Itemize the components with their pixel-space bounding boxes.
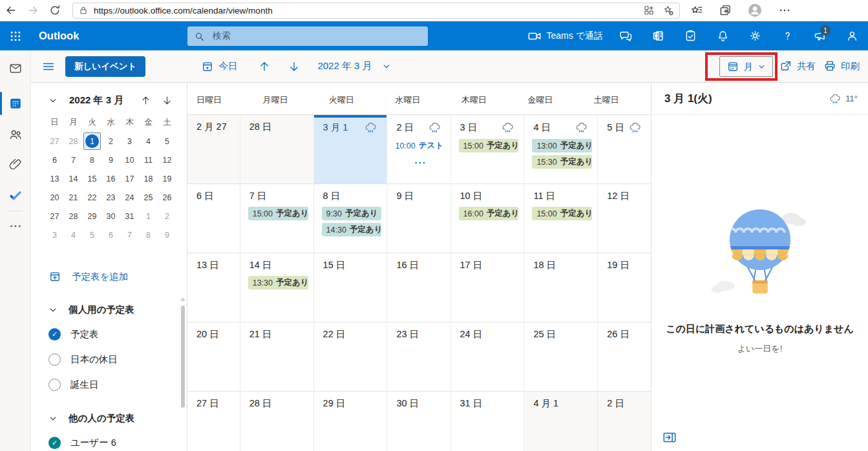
calendar-event[interactable]: 9:30予定あり: [322, 207, 382, 220]
apps-grid-icon[interactable]: [643, 5, 655, 16]
mini-day[interactable]: 2: [101, 132, 120, 151]
mini-day[interactable]: 17: [120, 169, 139, 188]
day-cell[interactable]: 13 日: [187, 253, 240, 322]
calendar-event[interactable]: 15:00予定あり: [532, 207, 592, 220]
mini-day[interactable]: 19: [158, 169, 176, 188]
new-event-button[interactable]: 新しいイベント: [65, 56, 145, 77]
day-cell[interactable]: 10 日16:00予定あり: [451, 184, 525, 253]
day-cell[interactable]: 11 日15:00予定あり: [524, 184, 598, 253]
rail-people-button[interactable]: [0, 121, 31, 147]
mini-day[interactable]: 28: [64, 132, 83, 151]
day-cell[interactable]: 4 日13:00予定あり15:30予定あり: [524, 115, 598, 184]
mini-day[interactable]: 6: [45, 151, 64, 169]
calendar-checkbox[interactable]: [48, 353, 61, 366]
day-cell[interactable]: 6 日: [187, 184, 240, 253]
mini-day[interactable]: 10: [120, 151, 139, 169]
period-selector[interactable]: 2022 年 3 月: [317, 60, 390, 72]
mini-day[interactable]: 3: [45, 226, 64, 244]
calendar-checkbox[interactable]: ✓: [48, 328, 61, 341]
day-cell[interactable]: 5 日: [598, 115, 651, 184]
hamburger-button[interactable]: [41, 59, 56, 74]
account-button[interactable]: [836, 21, 868, 50]
day-cell[interactable]: 7 日15:00予定あり: [240, 184, 314, 253]
day-cell[interactable]: 3 月 1: [314, 115, 388, 184]
day-cell[interactable]: 14 日13:30予定あり: [240, 253, 314, 322]
mini-day[interactable]: 3: [120, 132, 139, 151]
day-cell[interactable]: 17 日: [451, 253, 525, 322]
mini-day[interactable]: 11: [139, 151, 158, 169]
day-cell[interactable]: 20 日: [187, 322, 240, 392]
favorites-icon[interactable]: [690, 4, 703, 17]
mini-day[interactable]: 5: [83, 226, 101, 244]
calendar-list-item[interactable]: ✓ユーザー 6: [48, 435, 187, 450]
calendar-event[interactable]: 15:00予定あり: [459, 139, 519, 152]
calendar-checkbox[interactable]: ✓: [48, 437, 61, 449]
day-cell[interactable]: 2 日: [598, 392, 651, 451]
mini-day[interactable]: 4: [64, 226, 83, 244]
calendar-event[interactable]: 13:30予定あり: [248, 276, 308, 289]
mini-day[interactable]: 7: [120, 226, 139, 244]
next-period-button[interactable]: [288, 60, 301, 73]
view-switcher-button[interactable]: 月: [719, 56, 774, 77]
mini-day[interactable]: 1: [83, 132, 101, 151]
mini-day[interactable]: 8: [83, 151, 101, 169]
previous-period-button[interactable]: [258, 60, 271, 73]
mini-day[interactable]: 14: [64, 169, 83, 188]
day-cell[interactable]: 18 日: [524, 253, 598, 322]
print-button[interactable]: 印刷: [823, 59, 860, 72]
day-cell[interactable]: 28 日: [240, 392, 314, 451]
day-cell[interactable]: 31 日: [451, 392, 525, 451]
calendar-list-item[interactable]: ✓予定表: [48, 327, 187, 341]
settings-button[interactable]: [739, 21, 771, 50]
add-favorite-icon[interactable]: [662, 5, 674, 16]
day-cell[interactable]: 30 日: [387, 392, 450, 451]
mini-day[interactable]: 27: [45, 207, 64, 226]
mini-day[interactable]: 26: [158, 188, 176, 207]
mini-day[interactable]: 8: [139, 226, 158, 244]
collapse-panel-button[interactable]: [662, 430, 677, 445]
mini-day[interactable]: 29: [83, 207, 101, 226]
day-cell[interactable]: 4 月 1: [524, 392, 598, 451]
app-launcher-button[interactable]: [0, 21, 31, 50]
browser-menu-icon[interactable]: [778, 4, 791, 17]
scroll-up-arrow[interactable]: [180, 297, 185, 301]
mini-day[interactable]: 25: [139, 188, 158, 207]
day-cell[interactable]: 3 日15:00予定あり: [451, 115, 525, 184]
calendar-checkbox[interactable]: [48, 379, 61, 391]
calendar-event[interactable]: 16:00予定あり: [459, 207, 519, 220]
mini-day[interactable]: 22: [83, 188, 101, 207]
announcements-button[interactable]: 1: [803, 21, 836, 50]
day-cell[interactable]: 23 日: [387, 322, 450, 392]
sidebar-scrollbar[interactable]: [181, 306, 185, 408]
day-cell[interactable]: 8 日9:30予定あり14:30予定あり: [314, 184, 388, 253]
mini-day[interactable]: 7: [64, 151, 83, 169]
mini-day[interactable]: 15: [83, 169, 101, 188]
chat-button[interactable]: [609, 21, 642, 50]
browser-back-button[interactable]: [0, 1, 22, 19]
day-cell[interactable]: 19 日: [598, 253, 651, 322]
calendar-section-header[interactable]: 他の人の予定表: [48, 412, 187, 425]
mini-day[interactable]: 27: [45, 132, 64, 151]
todo-button[interactable]: [674, 21, 706, 50]
mini-day[interactable]: 12: [158, 151, 176, 169]
mini-prev-month-button[interactable]: [140, 95, 151, 106]
day-cell[interactable]: 15 日: [314, 253, 388, 322]
calendar-event[interactable]: 13:00予定あり: [532, 139, 592, 152]
mini-day[interactable]: 20: [45, 188, 64, 207]
rail-calendar-button[interactable]: [0, 90, 31, 116]
today-button[interactable]: 今日: [201, 60, 237, 73]
calendar-list-item[interactable]: 日本の休日: [48, 352, 187, 366]
mini-day[interactable]: 13: [45, 169, 64, 188]
mini-day[interactable]: 16: [101, 169, 120, 188]
browser-forward-button[interactable]: [22, 1, 44, 19]
day-cell[interactable]: 2 月 27: [187, 115, 240, 184]
day-cell[interactable]: 27 日: [187, 392, 240, 451]
mini-day[interactable]: 31: [120, 207, 139, 226]
chevron-down-icon[interactable]: [48, 96, 58, 105]
collections-icon[interactable]: [719, 4, 732, 17]
calendar-section-header[interactable]: 個人用の予定表: [48, 304, 187, 316]
mini-day[interactable]: 1: [139, 207, 158, 226]
day-cell[interactable]: 12 日: [598, 184, 651, 253]
day-cell[interactable]: 26 日: [598, 322, 651, 392]
more-events-indicator[interactable]: ...: [414, 156, 427, 164]
